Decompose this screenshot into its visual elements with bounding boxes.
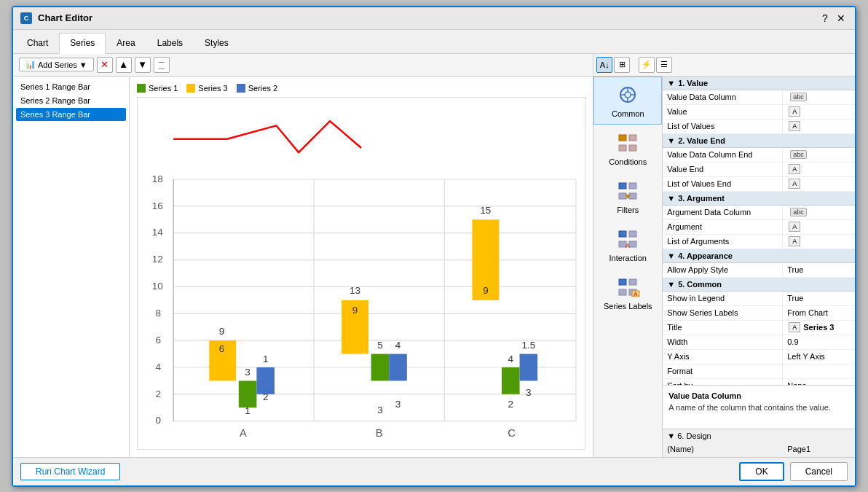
prop-label-show-series-labels: Show Series Labels [663, 306, 783, 320]
prop-label-list-of-values: List of Values [663, 120, 783, 133]
svg-rect-52 [629, 135, 636, 141]
prop-icon-value-end[interactable]: A [789, 164, 800, 174]
move-up-button[interactable]: ▲ [116, 57, 132, 73]
nav-common[interactable]: Common [593, 77, 662, 125]
prop-value-format[interactable] [783, 364, 855, 378]
design-section: ▼ 6. Design [663, 429, 855, 442]
prop-value-allow-apply-style[interactable]: True [783, 263, 855, 277]
add-series-label: Add Series [38, 60, 77, 69]
prop-row-list-arguments: List of Arguments A [663, 235, 855, 249]
tab-labels[interactable]: Labels [146, 33, 194, 53]
prop-label-list-arguments: List of Arguments [663, 235, 783, 249]
svg-rect-65 [619, 279, 626, 285]
series-item-2[interactable]: Series 2 Range Bar [16, 94, 126, 107]
prop-label-argument-data-col: Argument Data Column [663, 206, 783, 219]
nav-series-labels-label: Series Labels [604, 302, 652, 311]
prop-icon-argument[interactable]: A [789, 222, 800, 232]
legend-series3: Series 3 [186, 84, 227, 93]
section-common-header[interactable]: ▼ 5. Common [663, 278, 855, 292]
prop-value-width[interactable]: 0.9 [783, 335, 855, 349]
prop-label-width: Width [663, 335, 783, 349]
svg-rect-51 [619, 135, 626, 141]
prop-value-show-series-labels[interactable]: From Chart [783, 306, 855, 320]
nav-conditions[interactable]: Conditions [593, 125, 662, 173]
ok-button[interactable]: OK [739, 462, 784, 481]
prop-icon-value[interactable]: A [789, 106, 800, 117]
prop-label-argument: Argument [663, 220, 783, 234]
prop-row-argument-data-col: Argument Data Column abc [663, 206, 855, 220]
filters-icon [615, 179, 641, 203]
help-button[interactable]: ? [818, 12, 832, 25]
section-value-header[interactable]: ▼ 1. Value [663, 77, 855, 90]
prop-icon-list-values[interactable]: A [789, 121, 800, 131]
cancel-button[interactable]: Cancel [790, 462, 848, 481]
svg-text:9: 9 [352, 305, 358, 316]
svg-text:1.5: 1.5 [521, 340, 535, 351]
tab-series[interactable]: Series [59, 33, 106, 54]
nav-interaction-label: Interaction [609, 254, 647, 262]
svg-rect-56 [629, 183, 636, 189]
series-item-1[interactable]: Series 1 Range Bar [16, 80, 126, 93]
nav-series-labels[interactable]: A Series Labels [593, 269, 662, 317]
prop-row-value-data-col-end: Value Data Column End abc [663, 148, 855, 163]
left-panel: 📊 Add Series ▼ ✕ ▲ ▼ —— Series 1 Range B… [13, 54, 593, 457]
desc-title: Value Data Column [668, 391, 849, 400]
section-argument-header[interactable]: ▼ 3. Argument [663, 192, 855, 206]
prop-row-allow-apply-style: Allow Apply Style True [663, 263, 855, 278]
prop-label-name: (Name) [663, 442, 783, 456]
props-table: ▼ 1. Value Value Data Column abc Value [663, 77, 855, 385]
close-button[interactable]: ✕ [835, 12, 848, 25]
nav-filters[interactable]: Filters [593, 173, 662, 221]
title-icon-btn[interactable]: A [789, 322, 800, 332]
prop-value-name[interactable]: Page1 [783, 442, 855, 456]
bar-C-s1 [502, 367, 520, 394]
prop-value-show-in-legend[interactable]: True [783, 292, 855, 305]
lightning-button[interactable]: ⚡ [639, 57, 655, 73]
prop-value-sort-by[interactable]: None [783, 379, 855, 385]
svg-text:3: 3 [377, 404, 383, 415]
legend-series3-color [186, 84, 195, 93]
prop-label-value-end: Value End [663, 163, 783, 176]
bar-B-s1 [371, 354, 390, 380]
move-button[interactable]: —— [154, 57, 170, 73]
grid-button[interactable]: ⊞ [614, 57, 630, 73]
prop-value-value-end: A [783, 163, 855, 176]
title-bar-left: C Chart Editor [20, 12, 92, 24]
svg-text:4: 4 [508, 353, 514, 364]
add-series-button[interactable]: 📊 Add Series ▼ [19, 58, 94, 71]
chart-area: Series 1 Series 3 Series 2 [130, 77, 593, 457]
footer-right: OK Cancel [739, 462, 848, 481]
list-button[interactable]: ☰ [656, 57, 672, 73]
svg-text:2: 2 [263, 391, 269, 402]
prop-row-sort-by: Sort by None [663, 379, 855, 385]
prop-value-y-axis[interactable]: Left Y Axis [783, 350, 855, 364]
prop-icon-list-values-end[interactable]: A [789, 179, 800, 189]
tab-chart[interactable]: Chart [16, 33, 59, 53]
prop-icon-list-arguments[interactable]: A [789, 236, 800, 246]
delete-series-button[interactable]: ✕ [97, 57, 113, 73]
props-main: Common Conditions [593, 77, 855, 457]
section-value-end-header[interactable]: ▼ 2. Value End [663, 134, 855, 148]
prop-row-list-of-values-end: List of Values End A [663, 177, 855, 192]
nav-interaction[interactable]: A Interaction [593, 221, 662, 269]
props-content: ▼ 1. Value Value Data Column abc Value [663, 77, 855, 457]
tab-area[interactable]: Area [106, 33, 146, 53]
chart-svg: 0 2 4 6 8 10 12 14 16 18 [138, 98, 585, 449]
prop-value-title[interactable]: A Series 3 [783, 321, 855, 335]
interaction-icon: A [615, 227, 641, 251]
section-common-collapse-icon: ▼ [667, 280, 675, 289]
conditions-icon [615, 131, 641, 155]
series-item-3[interactable]: Series 3 Range Bar [16, 108, 126, 121]
section-appearance-header[interactable]: ▼ 4. Appearance [663, 249, 855, 263]
prop-row-format: Format [663, 364, 855, 379]
prop-label-sort-by: Sort by [663, 379, 783, 385]
move-down-button[interactable]: ▼ [135, 57, 151, 73]
abc-badge-end: abc [790, 150, 807, 159]
svg-text:B: B [376, 426, 383, 438]
sort-alpha-button[interactable]: A↓ [596, 57, 612, 73]
svg-rect-53 [619, 145, 626, 151]
abc-badge: abc [790, 93, 807, 101]
tab-styles[interactable]: Styles [194, 33, 240, 53]
svg-text:2: 2 [156, 388, 162, 399]
wizard-button[interactable]: Run Chart Wizard [20, 463, 120, 480]
